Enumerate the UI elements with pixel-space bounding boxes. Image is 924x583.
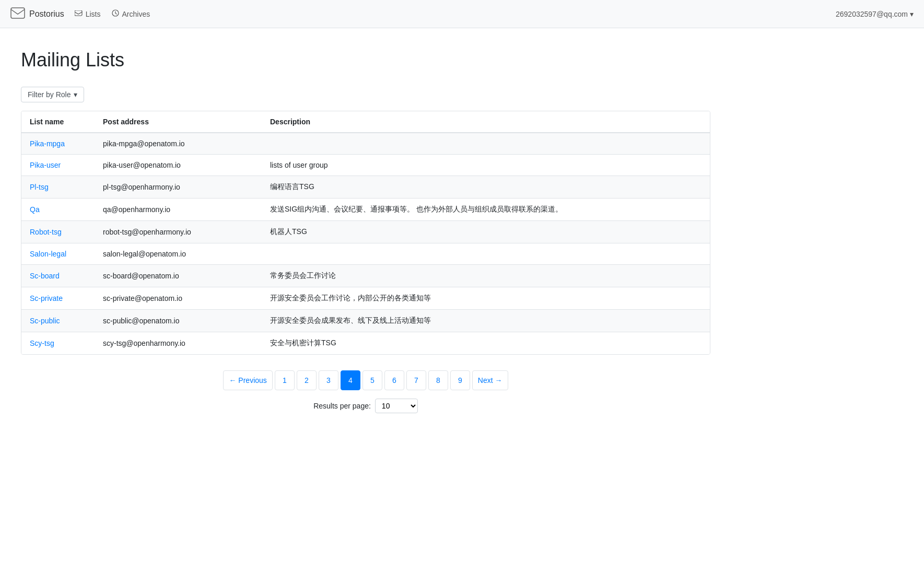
post-address: sc-public@openatom.io (95, 310, 262, 332)
dropdown-icon: ▾ (910, 10, 914, 18)
next-button[interactable]: Next → (472, 370, 508, 390)
main-content: Mailing Lists Filter by Role ▾ List name… (0, 28, 731, 434)
archives-link[interactable]: Archives (111, 9, 150, 18)
results-per-page-row: Results per page: 10 25 50 100 (21, 399, 710, 413)
list-name-link[interactable]: Robot-tsg (30, 228, 62, 236)
post-address: pika-user@openatom.io (95, 155, 262, 176)
col-header-name: List name (21, 111, 95, 133)
brand-link[interactable]: Postorius (10, 7, 64, 21)
table-row: Scy-tsgscy-tsg@openharmony.io安全与机密计算TSG (21, 332, 710, 355)
page-2-button[interactable]: 2 (297, 370, 317, 390)
list-name-link[interactable]: Pl-tsg (30, 183, 49, 191)
page-4-button[interactable]: 4 (341, 370, 360, 390)
description: lists of user group (262, 155, 710, 176)
list-name-link[interactable]: Scy-tsg (30, 339, 54, 347)
lists-label: Lists (86, 10, 101, 18)
page-3-button[interactable]: 3 (319, 370, 338, 390)
page-title: Mailing Lists (21, 49, 710, 71)
navbar-left: Postorius Lists Archives (10, 7, 150, 21)
table-row: Sc-privatesc-private@openatom.io开源安全委员会工… (21, 287, 710, 310)
page-9-button[interactable]: 9 (450, 370, 470, 390)
post-address: sc-board@openatom.io (95, 265, 262, 287)
post-address: pika-mpga@openatom.io (95, 133, 262, 155)
archives-label: Archives (122, 10, 150, 18)
lists-icon (75, 10, 83, 18)
table-row: Pl-tsgpl-tsg@openharmony.io编程语言TSG (21, 176, 710, 199)
post-address: qa@openharmony.io (95, 199, 262, 221)
table-body: Pika-mpgapika-mpga@openatom.ioPika-userp… (21, 133, 710, 354)
pagination: ← Previous 1 2 3 4 5 6 7 8 9 Next → (223, 370, 508, 390)
list-name-link[interactable]: Salon-legal (30, 250, 66, 258)
post-address: pl-tsg@openharmony.io (95, 176, 262, 199)
description: 编程语言TSG (262, 176, 710, 199)
svg-rect-1 (75, 10, 82, 16)
page-8-button[interactable]: 8 (428, 370, 448, 390)
list-name-link[interactable]: Sc-private (30, 294, 63, 302)
table-row: Pika-mpgapika-mpga@openatom.io (21, 133, 710, 155)
filter-role-button[interactable]: Filter by Role ▾ (21, 87, 84, 102)
filter-label: Filter by Role (28, 90, 71, 99)
page-5-button[interactable]: 5 (362, 370, 382, 390)
table-row: Pika-userpika-user@openatom.iolists of u… (21, 155, 710, 176)
dropdown-arrow-icon: ▾ (74, 90, 77, 99)
user-menu[interactable]: 2692032597@qq.com ▾ (836, 10, 914, 18)
brand-name: Postorius (29, 9, 64, 19)
description: 发送SIG组内沟通、会议纪要、通报事项等。 也作为外部人员与组织成员取得联系的渠… (262, 199, 710, 221)
list-name-link[interactable]: Qa (30, 205, 40, 214)
post-address: scy-tsg@openharmony.io (95, 332, 262, 355)
archives-icon (111, 9, 120, 18)
mailing-lists-table: List name Post address Description Pika-… (21, 111, 710, 355)
navbar: Postorius Lists Archives 2692032597@qq.c… (0, 0, 924, 28)
col-header-post: Post address (95, 111, 262, 133)
table-row: Sc-boardsc-board@openatom.io常务委员会工作讨论 (21, 265, 710, 287)
page-1-button[interactable]: 1 (275, 370, 295, 390)
user-email: 2692032597@qq.com (836, 10, 908, 18)
prev-button[interactable]: ← Previous (223, 370, 272, 390)
results-label: Results per page: (313, 402, 371, 410)
description: 开源安全委员会工作讨论，内部公开的各类通知等 (262, 287, 710, 310)
lists-link[interactable]: Lists (75, 10, 101, 18)
description: 机器人TSG (262, 221, 710, 243)
description: 开源安全委员会成果发布、线下及线上活动通知等 (262, 310, 710, 332)
post-address: salon-legal@openatom.io (95, 243, 262, 265)
table-row: Salon-legalsalon-legal@openatom.io (21, 243, 710, 265)
table-row: Robot-tsgrobot-tsg@openharmony.io机器人TSG (21, 221, 710, 243)
svg-rect-0 (11, 8, 25, 18)
page-7-button[interactable]: 7 (406, 370, 426, 390)
post-address: sc-private@openatom.io (95, 287, 262, 310)
list-name-link[interactable]: Sc-board (30, 272, 60, 280)
page-6-button[interactable]: 6 (384, 370, 404, 390)
list-name-link[interactable]: Sc-public (30, 317, 60, 325)
description: 安全与机密计算TSG (262, 332, 710, 355)
pagination-wrapper: ← Previous 1 2 3 4 5 6 7 8 9 Next → (21, 370, 710, 390)
description (262, 133, 710, 155)
description (262, 243, 710, 265)
list-name-link[interactable]: Pika-user (30, 161, 61, 169)
col-header-description: Description (262, 111, 710, 133)
description: 常务委员会工作讨论 (262, 265, 710, 287)
brand-icon (10, 7, 25, 21)
table-header: List name Post address Description (21, 111, 710, 133)
post-address: robot-tsg@openharmony.io (95, 221, 262, 243)
list-name-link[interactable]: Pika-mpga (30, 139, 65, 148)
table-row: Qaqa@openharmony.io发送SIG组内沟通、会议纪要、通报事项等。… (21, 199, 710, 221)
results-select[interactable]: 10 25 50 100 (375, 399, 418, 413)
table-row: Sc-publicsc-public@openatom.io开源安全委员会成果发… (21, 310, 710, 332)
